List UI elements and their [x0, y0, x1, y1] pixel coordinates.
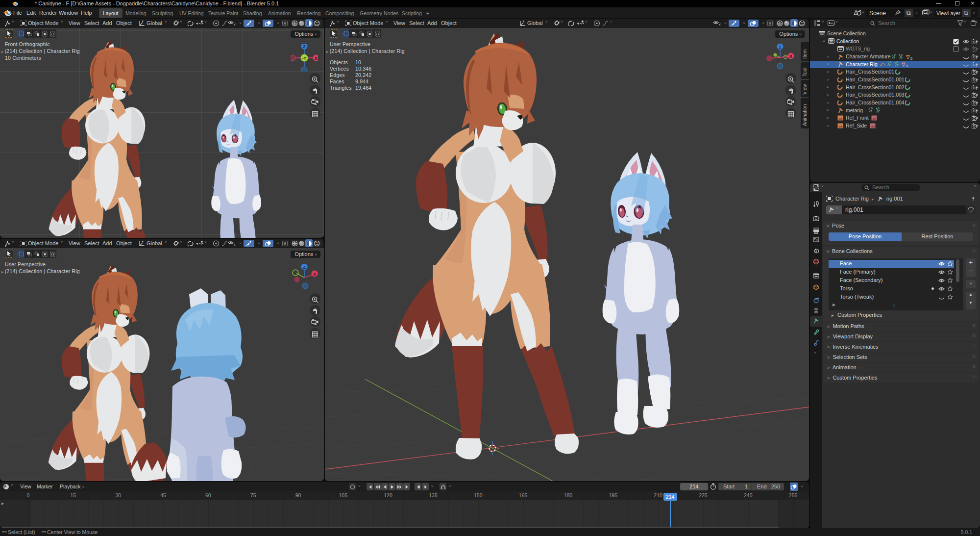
svg-text:Z: Z — [303, 265, 306, 270]
svg-text:Z: Z — [303, 44, 306, 49]
svg-text:-Y: -Y — [302, 56, 307, 61]
svg-text:X: X — [315, 56, 318, 61]
svg-text:X: X — [789, 54, 792, 59]
svg-text:X: X — [313, 272, 316, 277]
svg-text:Z: Z — [779, 45, 782, 50]
